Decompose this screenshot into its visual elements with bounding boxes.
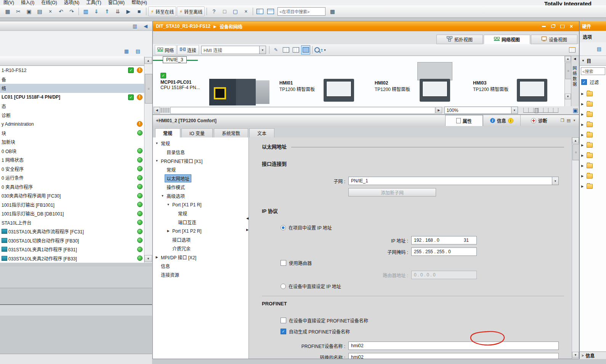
grid-view-icon[interactable]: [301, 45, 310, 54]
collapse-panel-icon[interactable]: ◀: [141, 22, 150, 30]
expander-icon[interactable]: ▼: [166, 203, 171, 206]
properties-scrollbar[interactable]: ▲ ≡ ▼: [572, 137, 579, 359]
scroll-down-icon[interactable]: ▼: [572, 352, 579, 358]
menu-item[interactable]: 在线(O): [38, 0, 60, 5]
download-all-button[interactable]: ⇊: [113, 6, 123, 16]
pn-name-on-device-checkbox[interactable]: [281, 318, 286, 323]
tree-item[interactable]: STA10L上件台: [0, 218, 144, 227]
properties-subtab[interactable]: 文本: [249, 128, 274, 137]
properties-subtab[interactable]: 常规: [155, 128, 180, 137]
prop-nav-item[interactable]: 接口选项: [153, 235, 248, 244]
cut-button[interactable]: ✂: [13, 6, 23, 16]
add-subnet-button[interactable]: 添加新子网: [348, 188, 436, 196]
menu-item[interactable]: 图(V): [0, 0, 18, 5]
catalog-folder-item[interactable]: ▶: [580, 99, 606, 109]
prop-nav-item[interactable]: 常规: [153, 165, 248, 174]
chevron-right-icon[interactable]: ▶: [581, 123, 585, 126]
plc-device-image[interactable]: [209, 79, 269, 105]
zoom-combo[interactable]: 100% ▼: [444, 107, 518, 114]
properties-tab-properties[interactable]: 属性: [445, 115, 483, 126]
device-name[interactable]: HMI01: [279, 80, 329, 86]
tree-item[interactable]: 030STA10L切换台动作程序 [FB30]: [0, 236, 144, 245]
catalog-search-input[interactable]: <搜索: [581, 67, 605, 75]
device-hmi[interactable]: HMI03TP1200 精智面板: [473, 80, 523, 92]
checked-icon[interactable]: ✓: [128, 67, 134, 73]
radio-set-ip-in-project[interactable]: [281, 225, 286, 230]
project-search-input[interactable]: <在项目中搜索>: [277, 7, 325, 16]
catalog-folder-item[interactable]: ▶: [580, 130, 606, 140]
prop-nav-item[interactable]: ▼PROFINET接口 [X1]: [153, 156, 248, 165]
network-canvas[interactable]: PN/IE_3 ✓MCP01-PLC01CPU 1518F-4 PN...HMI…: [153, 56, 564, 106]
accessible-devices-button[interactable]: □: [220, 6, 229, 16]
project-library-button[interactable]: ▩: [327, 6, 337, 16]
start-cpu-button[interactable]: ▶: [123, 6, 133, 16]
prop-nav-item[interactable]: 信息: [153, 262, 248, 270]
prop-nav-item[interactable]: 端口互连: [153, 218, 248, 227]
network-overview-collapsed-tab[interactable]: ◀ 网络数据: [571, 56, 578, 106]
chevron-right-icon[interactable]: ▶: [581, 133, 585, 137]
expander-icon[interactable]: ▶: [154, 255, 159, 259]
network-mode-button[interactable]: 网络: [155, 45, 176, 55]
split-editor-horizontal-button[interactable]: [255, 6, 265, 16]
splitter-collapse-right-icon[interactable]: ▶: [246, 228, 248, 231]
menu-item[interactable]: 插入(I): [18, 0, 38, 5]
fit-to-screen-icon[interactable]: ▣: [573, 107, 578, 114]
device-plc[interactable]: ✓MCP01-PLC01CPU 1518F-4 PN...: [160, 73, 210, 90]
chevron-right-icon[interactable]: ▶: [581, 174, 585, 178]
scrollbar-grip[interactable]: [161, 108, 169, 113]
prop-nav-item[interactable]: 常规: [153, 209, 248, 218]
tree-item[interactable]: 1001指示灯输出 [FB1001]: [0, 200, 144, 209]
scrollbar-thumb[interactable]: ≡: [145, 74, 152, 104]
close-icon[interactable]: ×: [567, 23, 576, 30]
device-checked-icon[interactable]: ✓: [160, 73, 166, 78]
collapse-panel-icon[interactable]: ▤: [567, 118, 571, 123]
device-name[interactable]: HMI02: [375, 80, 424, 86]
tree-item[interactable]: 033STA10L夹具2动作程序 [FB33]: [0, 254, 144, 263]
hmi-device-image[interactable]: [420, 79, 450, 102]
scroll-up-icon[interactable]: ▲: [565, 56, 571, 62]
catalog-folder-item[interactable]: ▶: [580, 150, 606, 161]
connections-mode-button[interactable]: 连接: [177, 45, 199, 55]
tree-item[interactable]: 031STA10L夹具动作流程程序 [FC31]: [0, 227, 144, 236]
tree-item[interactable]: 态: [0, 102, 144, 111]
tree-scrollbar[interactable]: ▲ ≡ ▼: [144, 56, 152, 263]
use-router-checkbox[interactable]: [281, 260, 286, 266]
chevron-right-icon[interactable]: ▶: [581, 92, 585, 96]
catalog-folder-item[interactable]: ▶: [580, 161, 606, 171]
scroll-left-icon[interactable]: ◀: [154, 107, 160, 113]
split-editor-vertical-button[interactable]: [266, 6, 276, 16]
view-tab-topology[interactable]: 拓扑视图: [436, 35, 483, 44]
chevron-right-icon[interactable]: ▶: [581, 185, 585, 188]
expander-icon[interactable]: ▼: [154, 159, 159, 163]
hmi-device-image[interactable]: [324, 79, 354, 102]
zoom-icon[interactable]: ±▼: [314, 45, 326, 54]
prop-nav-item[interactable]: 操作模式: [153, 183, 248, 192]
tree-item[interactable]: 0 OB块: [0, 147, 144, 156]
tree-item[interactable]: 加新块: [0, 137, 144, 147]
view-tab-device[interactable]: 设备视图: [531, 35, 577, 44]
scrollbar-thumb[interactable]: ≡: [572, 144, 579, 160]
filter-checkbox[interactable]: ✓: [581, 79, 587, 85]
save-button[interactable]: ▦: [3, 6, 13, 16]
menu-item[interactable]: 窗口(W): [105, 0, 128, 5]
tree-item[interactable]: 备: [0, 75, 144, 84]
tree-item[interactable]: 诊断: [0, 111, 144, 120]
subnet-label[interactable]: PN/IE_3: [163, 56, 187, 63]
tree-item[interactable]: 1 网络状态: [0, 155, 144, 164]
prop-nav-item[interactable]: ▼Port [X1 P1 R]: [153, 200, 248, 209]
prop-nav-item[interactable]: 介质冗余: [153, 244, 248, 253]
ip-address-input[interactable]: 192 . 168 . 0 31: [411, 236, 477, 244]
properties-subtab[interactable]: 系统常数: [214, 128, 248, 137]
device-swap-icon[interactable]: [568, 45, 577, 54]
catalog-settings-icon[interactable]: ▤: [595, 45, 603, 53]
tree-item[interactable]: y Administration!: [0, 120, 144, 129]
prop-nav-item[interactable]: ▼高级选项: [153, 192, 248, 200]
tree-item[interactable]: 030夹具动作程序调用 [FC30]: [0, 191, 144, 200]
tree-item[interactable]: 块: [0, 129, 144, 138]
catalog-folder-item[interactable]: ▶: [580, 109, 606, 120]
catalog-section-header[interactable]: ▼ 目: [580, 56, 606, 66]
chevron-down-icon[interactable]: ▼: [582, 59, 585, 62]
prop-nav-item[interactable]: ▶Port [X1 P2 R]: [153, 227, 248, 235]
chevron-down-icon[interactable]: ▼: [552, 177, 558, 185]
radio-set-ip-on-device[interactable]: [281, 284, 286, 289]
